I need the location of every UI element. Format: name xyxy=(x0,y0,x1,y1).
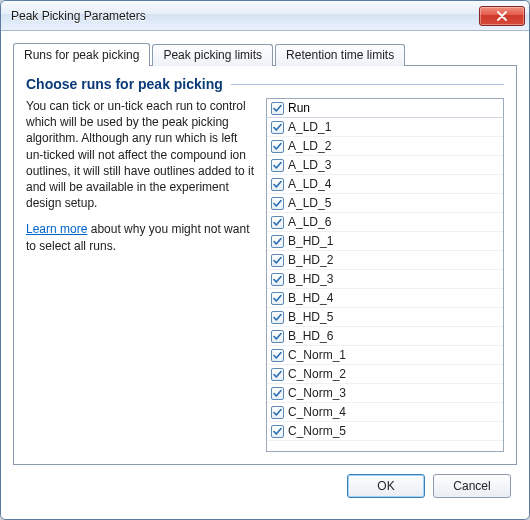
tab-strip: Runs for peak pickingPeak picking limits… xyxy=(13,41,517,65)
panel-columns: You can tick or un-tick each run to cont… xyxy=(26,98,504,452)
tab-retention-time-limits[interactable]: Retention time limits xyxy=(275,44,405,66)
run-checkbox[interactable] xyxy=(271,406,284,419)
list-item[interactable]: B_HD_1 xyxy=(267,232,503,251)
list-item[interactable]: C_Norm_4 xyxy=(267,403,503,422)
tab-peak-picking-limits[interactable]: Peak picking limits xyxy=(152,44,273,66)
cancel-button-label: Cancel xyxy=(453,479,490,493)
run-label: A_LD_6 xyxy=(288,215,331,229)
description-text: You can tick or un-tick each run to cont… xyxy=(26,98,258,211)
run-checkbox[interactable] xyxy=(271,330,284,343)
run-label: C_Norm_5 xyxy=(288,424,346,438)
ok-button[interactable]: OK xyxy=(347,474,425,498)
run-checkbox[interactable] xyxy=(271,368,284,381)
run-label: B_HD_4 xyxy=(288,291,333,305)
learn-more-link[interactable]: Learn more xyxy=(26,222,87,236)
run-label: A_LD_5 xyxy=(288,196,331,210)
run-checkbox[interactable] xyxy=(271,349,284,362)
run-label: B_HD_3 xyxy=(288,272,333,286)
list-item[interactable]: A_LD_6 xyxy=(267,213,503,232)
list-item[interactable]: B_HD_5 xyxy=(267,308,503,327)
run-label: B_HD_1 xyxy=(288,234,333,248)
run-checkbox[interactable] xyxy=(271,159,284,172)
run-label: A_LD_3 xyxy=(288,158,331,172)
list-item[interactable]: C_Norm_5 xyxy=(267,422,503,441)
list-item[interactable]: A_LD_5 xyxy=(267,194,503,213)
list-item[interactable]: B_HD_3 xyxy=(267,270,503,289)
run-checkbox[interactable] xyxy=(271,311,284,324)
run-label: C_Norm_2 xyxy=(288,367,346,381)
run-label: A_LD_4 xyxy=(288,177,331,191)
run-label: C_Norm_1 xyxy=(288,348,346,362)
run-checkbox[interactable] xyxy=(271,254,284,267)
list-item[interactable]: C_Norm_3 xyxy=(267,384,503,403)
description-column: You can tick or un-tick each run to cont… xyxy=(26,98,266,452)
run-checkbox[interactable] xyxy=(271,178,284,191)
run-checkbox[interactable] xyxy=(271,387,284,400)
learn-more-line: Learn more about why you might not want … xyxy=(26,221,258,253)
runs-list-header-label: Run xyxy=(288,101,310,115)
heading-divider xyxy=(231,84,504,85)
heading-row: Choose runs for peak picking xyxy=(26,76,504,92)
run-label: A_LD_1 xyxy=(288,120,331,134)
cancel-button[interactable]: Cancel xyxy=(433,474,511,498)
runs-list-body[interactable]: A_LD_1A_LD_2A_LD_3A_LD_4A_LD_5A_LD_6B_HD… xyxy=(266,118,504,452)
close-icon xyxy=(497,11,507,21)
list-item[interactable]: B_HD_2 xyxy=(267,251,503,270)
dialog-window: Peak Picking Parameters Runs for peak pi… xyxy=(0,0,530,520)
list-item[interactable]: A_LD_1 xyxy=(267,118,503,137)
runs-list-header[interactable]: Run xyxy=(266,98,504,118)
run-label: B_HD_5 xyxy=(288,310,333,324)
run-checkbox[interactable] xyxy=(271,273,284,286)
runs-list: Run A_LD_1A_LD_2A_LD_3A_LD_4A_LD_5A_LD_6… xyxy=(266,98,504,452)
run-label: C_Norm_4 xyxy=(288,405,346,419)
run-checkbox[interactable] xyxy=(271,292,284,305)
close-button[interactable] xyxy=(479,6,525,26)
run-label: B_HD_2 xyxy=(288,253,333,267)
run-label: B_HD_6 xyxy=(288,329,333,343)
tab-panel: Choose runs for peak picking You can tic… xyxy=(13,65,517,465)
run-checkbox[interactable] xyxy=(271,216,284,229)
panel-heading: Choose runs for peak picking xyxy=(26,76,223,92)
titlebar: Peak Picking Parameters xyxy=(1,1,529,31)
run-checkbox[interactable] xyxy=(271,235,284,248)
list-item[interactable]: A_LD_2 xyxy=(267,137,503,156)
list-item[interactable]: C_Norm_1 xyxy=(267,346,503,365)
window-title: Peak Picking Parameters xyxy=(11,9,479,23)
dialog-footer: OK Cancel xyxy=(13,465,517,507)
list-item[interactable]: B_HD_4 xyxy=(267,289,503,308)
ok-button-label: OK xyxy=(377,479,394,493)
list-item[interactable]: B_HD_6 xyxy=(267,327,503,346)
list-item[interactable]: C_Norm_2 xyxy=(267,365,503,384)
run-checkbox[interactable] xyxy=(271,425,284,438)
list-item[interactable]: A_LD_4 xyxy=(267,175,503,194)
select-all-checkbox[interactable] xyxy=(271,102,284,115)
client-area: Runs for peak pickingPeak picking limits… xyxy=(1,31,529,519)
tab-runs-for-peak-picking[interactable]: Runs for peak picking xyxy=(13,43,150,66)
run-label: C_Norm_3 xyxy=(288,386,346,400)
run-checkbox[interactable] xyxy=(271,121,284,134)
run-label: A_LD_2 xyxy=(288,139,331,153)
list-item[interactable]: A_LD_3 xyxy=(267,156,503,175)
run-checkbox[interactable] xyxy=(271,140,284,153)
run-checkbox[interactable] xyxy=(271,197,284,210)
